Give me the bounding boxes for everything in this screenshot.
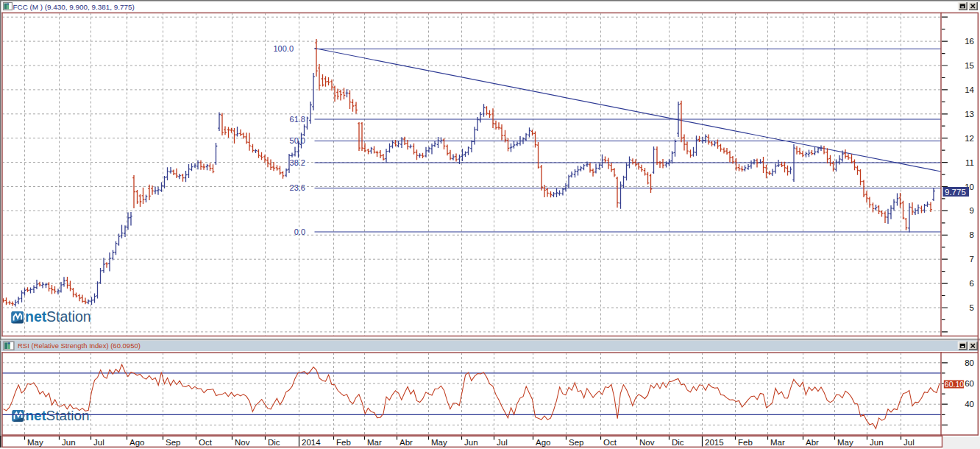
svg-text:9.775: 9.775 [945,188,966,197]
svg-text:11: 11 [965,158,974,167]
svg-text:8: 8 [970,230,974,239]
svg-text:14: 14 [965,85,974,94]
svg-text:2015: 2015 [705,438,724,447]
svg-text:80: 80 [965,358,974,367]
svg-text:May: May [27,438,43,447]
svg-text:net: net [25,408,46,423]
svg-text:Sep: Sep [166,438,180,447]
svg-text:50.0: 50.0 [290,136,305,145]
svg-text:6: 6 [970,279,974,288]
svg-text:100.0: 100.0 [273,44,294,53]
svg-text:12: 12 [965,134,974,143]
svg-text:Mar: Mar [367,438,382,447]
svg-text:Sep: Sep [569,438,583,447]
svg-text:Dic: Dic [672,438,684,447]
svg-text:61.8: 61.8 [290,115,305,124]
svg-text:Jul: Jul [903,438,915,447]
svg-text:5: 5 [970,303,974,312]
svg-text:13: 13 [965,110,974,119]
svg-text:7: 7 [970,255,974,264]
svg-text:Jun: Jun [62,438,76,447]
svg-text:Feb: Feb [738,438,753,447]
svg-text:Dic: Dic [268,438,280,447]
svg-text:RSI (Relative Strength Index): RSI (Relative Strength Index) (60.0950) [18,342,141,350]
svg-text:Jul: Jul [497,438,508,447]
svg-text:Mar: Mar [770,438,785,447]
svg-text:Jun: Jun [870,438,884,447]
svg-text:16: 16 [965,37,974,46]
svg-text:60: 60 [965,379,974,388]
svg-text:Jul: Jul [93,438,104,447]
svg-text:9: 9 [970,206,974,215]
svg-text:Station: Station [46,308,91,325]
svg-text:15: 15 [965,61,974,70]
svg-text:net: net [25,308,47,325]
svg-text:Jun: Jun [464,438,478,447]
svg-text:Ago: Ago [129,438,144,447]
svg-text:2014: 2014 [302,438,321,447]
svg-text:Station: Station [46,408,90,423]
svg-text:0.0: 0.0 [294,227,305,236]
svg-text:Nov: Nov [639,438,655,447]
svg-text:Feb: Feb [336,438,351,447]
svg-text:Oct: Oct [199,438,213,447]
svg-text:40: 40 [965,400,974,409]
svg-text:60.10: 60.10 [945,380,964,389]
svg-text:Abr: Abr [806,438,819,447]
svg-text:Oct: Oct [603,438,617,447]
svg-text:Nov: Nov [235,438,250,447]
svg-text:May: May [837,438,853,447]
svg-text:FCC (M ) (9.430, 9.900, 9.381,: FCC (M ) (9.430, 9.900, 9.381, 9.775) [13,3,135,11]
svg-text:Ago: Ago [536,438,550,447]
svg-text:38.2: 38.2 [290,158,305,167]
svg-text:Abr: Abr [400,438,413,447]
svg-text:May: May [431,438,447,447]
svg-text:23.6: 23.6 [290,183,305,192]
